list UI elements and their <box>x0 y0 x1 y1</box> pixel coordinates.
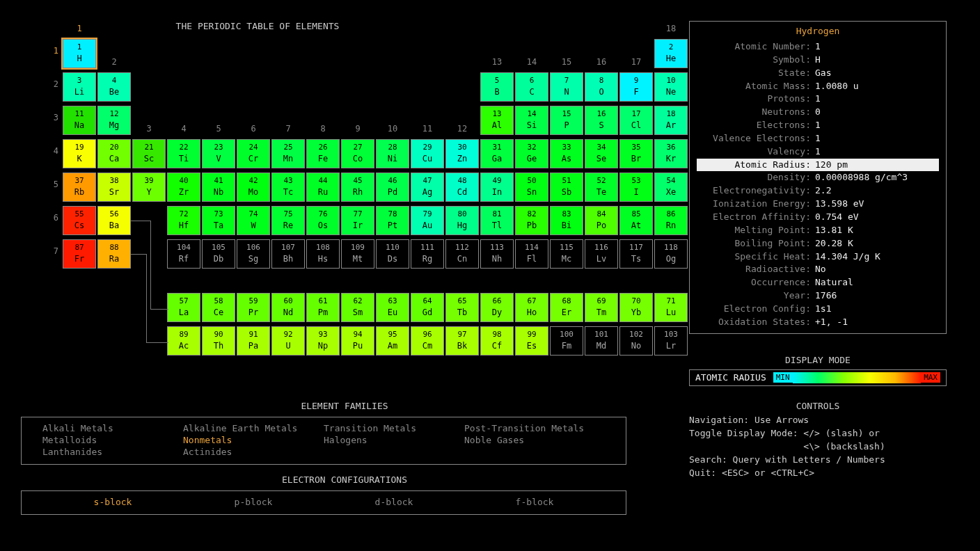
element-U[interactable]: 92U <box>271 326 305 356</box>
element-O[interactable]: 8O <box>585 72 618 102</box>
element-Ds[interactable]: 110Ds <box>376 239 409 269</box>
element-Ce[interactable]: 58Ce <box>202 293 235 322</box>
element-Sb[interactable]: 51Sb <box>550 173 583 202</box>
family-actinides[interactable]: Actinides <box>183 447 324 457</box>
element-Bi[interactable]: 83Bi <box>550 206 583 235</box>
element-Re[interactable]: 75Re <box>271 206 305 235</box>
family-transition-metals[interactable]: Transition Metals <box>324 423 464 433</box>
family-noble-gases[interactable]: Noble Gases <box>464 435 605 445</box>
element-Ba[interactable]: 56Ba <box>97 206 131 235</box>
element-Lu[interactable]: 71Lu <box>654 293 688 322</box>
element-F[interactable]: 9F <box>619 72 653 102</box>
element-W[interactable]: 74W <box>237 206 270 235</box>
element-No[interactable]: 102No <box>619 326 653 356</box>
element-Ra[interactable]: 88Ra <box>97 239 131 269</box>
element-Mo[interactable]: 42Mo <box>237 173 270 202</box>
element-Og[interactable]: 118Og <box>654 239 688 269</box>
family-alkaline-earth-metals[interactable]: Alkaline Earth Metals <box>183 423 324 433</box>
element-Rh[interactable]: 45Rh <box>341 173 374 202</box>
element-P[interactable]: 15P <box>550 106 583 135</box>
element-Zr[interactable]: 40Zr <box>167 173 200 202</box>
element-Cl[interactable]: 17Cl <box>619 106 653 135</box>
family-halogens[interactable]: Halogens <box>324 435 464 445</box>
element-Te[interactable]: 52Te <box>585 173 618 202</box>
element-Po[interactable]: 84Po <box>585 206 618 235</box>
element-Rg[interactable]: 111Rg <box>411 239 444 269</box>
element-Ne[interactable]: 10Ne <box>654 72 688 102</box>
element-Er[interactable]: 68Er <box>550 293 583 322</box>
element-Es[interactable]: 99Es <box>515 326 548 356</box>
element-Ir[interactable]: 77Ir <box>341 206 374 235</box>
element-Ti[interactable]: 22Ti <box>167 139 200 168</box>
element-Si[interactable]: 14Si <box>515 106 548 135</box>
block-f-block[interactable]: f-block <box>464 497 605 507</box>
element-Al[interactable]: 13Al <box>480 106 514 135</box>
element-Th[interactable]: 90Th <box>202 326 235 356</box>
block-p-block[interactable]: p-block <box>183 497 324 507</box>
block-s-block[interactable]: s-block <box>42 497 183 507</box>
element-Yb[interactable]: 70Yb <box>619 293 653 322</box>
element-Pa[interactable]: 91Pa <box>237 326 270 356</box>
element-Tc[interactable]: 43Tc <box>271 173 305 202</box>
element-Am[interactable]: 95Am <box>376 326 409 356</box>
family-nonmetals[interactable]: Nonmetals <box>183 435 324 445</box>
element-Xe[interactable]: 54Xe <box>654 173 688 202</box>
element-Bk[interactable]: 97Bk <box>445 326 479 356</box>
element-Mg[interactable]: 12Mg <box>97 106 131 135</box>
element-H[interactable]: 1H <box>63 39 96 68</box>
element-Se[interactable]: 34Se <box>585 139 618 168</box>
element-Sr[interactable]: 38Sr <box>97 173 131 202</box>
element-Pm[interactable]: 61Pm <box>306 293 340 322</box>
family-post-transition-metals[interactable]: Post-Transition Metals <box>464 423 605 433</box>
element-Gd[interactable]: 64Gd <box>411 293 444 322</box>
element-In[interactable]: 49In <box>480 173 514 202</box>
element-Na[interactable]: 11Na <box>63 106 96 135</box>
element-Os[interactable]: 76Os <box>306 206 340 235</box>
element-Be[interactable]: 4Be <box>97 72 131 102</box>
element-Sc[interactable]: 21Sc <box>132 139 166 168</box>
element-Cf[interactable]: 98Cf <box>480 326 514 356</box>
element-Zn[interactable]: 30Zn <box>445 139 479 168</box>
element-As[interactable]: 33As <box>550 139 583 168</box>
block-d-block[interactable]: d-block <box>324 497 464 507</box>
family-alkali-metals[interactable]: Alkali Metals <box>42 423 183 433</box>
element-Pd[interactable]: 46Pd <box>376 173 409 202</box>
element-Md[interactable]: 101Md <box>585 326 618 356</box>
element-Ag[interactable]: 47Ag <box>411 173 444 202</box>
element-B[interactable]: 5B <box>480 72 514 102</box>
element-Ge[interactable]: 32Ge <box>515 139 548 168</box>
element-At[interactable]: 85At <box>619 206 653 235</box>
element-Cu[interactable]: 29Cu <box>411 139 444 168</box>
element-Ni[interactable]: 28Ni <box>376 139 409 168</box>
element-Rf[interactable]: 104Rf <box>167 239 200 269</box>
element-Cr[interactable]: 24Cr <box>237 139 270 168</box>
element-Pt[interactable]: 78Pt <box>376 206 409 235</box>
element-Cm[interactable]: 96Cm <box>411 326 444 356</box>
element-C[interactable]: 6C <box>515 72 548 102</box>
element-Mc[interactable]: 115Mc <box>550 239 583 269</box>
element-Ho[interactable]: 67Ho <box>515 293 548 322</box>
element-Np[interactable]: 93Np <box>306 326 340 356</box>
element-Ga[interactable]: 31Ga <box>480 139 514 168</box>
element-Cn[interactable]: 112Cn <box>445 239 479 269</box>
element-Kr[interactable]: 36Kr <box>654 139 688 168</box>
element-V[interactable]: 23V <box>202 139 235 168</box>
element-Fl[interactable]: 114Fl <box>515 239 548 269</box>
family-lanthanides[interactable]: Lanthanides <box>42 447 183 457</box>
element-Ta[interactable]: 73Ta <box>202 206 235 235</box>
element-Co[interactable]: 27Co <box>341 139 374 168</box>
element-Br[interactable]: 35Br <box>619 139 653 168</box>
element-Lr[interactable]: 103Lr <box>654 326 688 356</box>
element-Pb[interactable]: 82Pb <box>515 206 548 235</box>
element-Hs[interactable]: 108Hs <box>306 239 340 269</box>
element-Fe[interactable]: 26Fe <box>306 139 340 168</box>
element-Ru[interactable]: 44Ru <box>306 173 340 202</box>
element-Sn[interactable]: 50Sn <box>515 173 548 202</box>
element-Sg[interactable]: 106Sg <box>237 239 270 269</box>
element-La[interactable]: 57La <box>167 293 200 322</box>
element-Au[interactable]: 79Au <box>411 206 444 235</box>
family-metalloids[interactable]: Metalloids <box>42 435 183 445</box>
element-Tm[interactable]: 69Tm <box>585 293 618 322</box>
element-N[interactable]: 7N <box>550 72 583 102</box>
element-Db[interactable]: 105Db <box>202 239 235 269</box>
